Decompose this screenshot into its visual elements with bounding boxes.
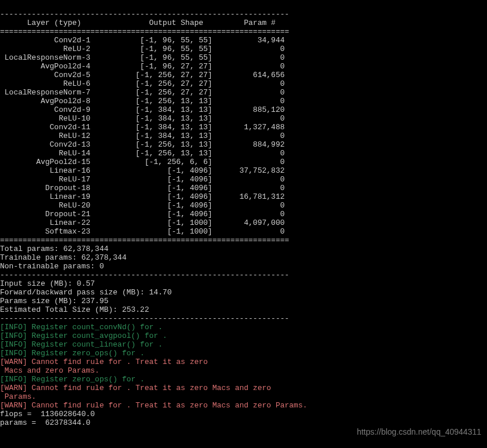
layer-row: Linear-19 [-1, 4096] 16,781,312 bbox=[0, 192, 284, 201]
layer-row: ReLU-12 [-1, 384, 13, 13] 0 bbox=[0, 132, 284, 140]
input-size: Input size (MB): 0.57 bbox=[0, 279, 95, 288]
layer-row: AvgPool2d-15 [-1, 256, 6, 6] 0 bbox=[0, 158, 284, 166]
nontrainable-params: Non-trainable params: 0 bbox=[0, 262, 104, 271]
layer-row: ReLU-20 [-1, 4096] 0 bbox=[0, 201, 284, 210]
fwdbwd-size: Forward/backward pass size (MB): 14.70 bbox=[0, 288, 171, 297]
layer-rows: Conv2d-1 [-1, 96, 55, 55] 34,944 ReLU-2 … bbox=[0, 36, 487, 236]
totals-rule: ========================================… bbox=[0, 236, 289, 245]
header-rule: ========================================… bbox=[0, 27, 289, 36]
layer-row: ReLU-2 [-1, 96, 55, 55] 0 bbox=[0, 45, 284, 53]
layer-row: Linear-22 [-1, 1000] 4,097,000 bbox=[0, 218, 284, 227]
layer-row: ReLU-17 [-1, 4096] 0 bbox=[0, 175, 284, 184]
layer-row: ReLU-10 [-1, 384, 13, 13] 0 bbox=[0, 114, 284, 123]
layer-row: Conv2d-1 [-1, 96, 55, 55] 34,944 bbox=[0, 36, 284, 45]
dash2: ----------------------------------------… bbox=[0, 314, 289, 323]
watermark: https://blog.csdn.net/qq_40944311 bbox=[357, 428, 481, 436]
layer-row: LocalResponseNorm-3 [-1, 96, 55, 55] 0 bbox=[0, 53, 284, 62]
log-line-warn: [WARN] Cannot find rule for . Treat it a… bbox=[0, 401, 307, 410]
layer-row: Dropout-18 [-1, 4096] 0 bbox=[0, 184, 284, 192]
est-total-size: Estimated Total Size (MB): 253.22 bbox=[0, 305, 149, 314]
flops-line: flops = 1136028640.0 bbox=[0, 410, 95, 418]
log-line-warn: [WARN] Cannot find rule for . Treat it a… bbox=[0, 358, 208, 375]
log-line-info: [INFO] Register zero_ops() for . bbox=[0, 349, 145, 358]
layer-row: AvgPool2d-8 [-1, 256, 13, 13] 0 bbox=[0, 97, 284, 105]
layer-row: Softmax-23 [-1, 1000] 0 bbox=[0, 227, 284, 236]
params-size: Params size (MB): 237.95 bbox=[0, 297, 108, 305]
total-params: Total params: 62,378,344 bbox=[0, 245, 108, 253]
layer-row: Conv2d-11 [-1, 384, 13, 13] 1,327,488 bbox=[0, 123, 284, 132]
header-row: Layer (type) Output Shape Param # bbox=[0, 19, 276, 27]
layer-row: Linear-16 [-1, 4096] 37,752,832 bbox=[0, 166, 284, 175]
layer-row: Dropout-21 [-1, 4096] 0 bbox=[0, 210, 284, 218]
layer-row: ReLU-6 [-1, 256, 27, 27] 0 bbox=[0, 79, 284, 88]
params-line: params = 62378344.0 bbox=[0, 418, 90, 427]
log-line-info: [INFO] Register count_avgpool() for . bbox=[0, 332, 167, 340]
log-line-info: [INFO] Register count_linear() for . bbox=[0, 340, 163, 349]
log-line-info: [INFO] Register zero_ops() for . bbox=[0, 375, 145, 384]
log-line-warn: [WARN] Cannot find rule for . Treat it a… bbox=[0, 384, 271, 401]
layer-row: ReLU-14 [-1, 256, 13, 13] 0 bbox=[0, 149, 284, 158]
layer-row: Conv2d-13 [-1, 256, 13, 13] 884,992 bbox=[0, 140, 284, 149]
layer-row: Conv2d-9 [-1, 384, 13, 13] 885,120 bbox=[0, 105, 284, 114]
log-line-info: [INFO] Register count_convNd() for . bbox=[0, 323, 163, 332]
layer-row: AvgPool2d-4 [-1, 96, 27, 27] 0 bbox=[0, 62, 284, 71]
trainable-params: Trainable params: 62,378,344 bbox=[0, 253, 126, 262]
terminal-output: ----------------------------------------… bbox=[0, 0, 487, 427]
log-lines: [INFO] Register count_convNd() for . [IN… bbox=[0, 323, 487, 410]
dash1: ----------------------------------------… bbox=[0, 271, 289, 279]
layer-row: Conv2d-5 [-1, 256, 27, 27] 614,656 bbox=[0, 71, 284, 79]
top-dash: ----------------------------------------… bbox=[0, 10, 289, 19]
layer-row: LocalResponseNorm-7 [-1, 256, 27, 27] 0 bbox=[0, 88, 284, 97]
